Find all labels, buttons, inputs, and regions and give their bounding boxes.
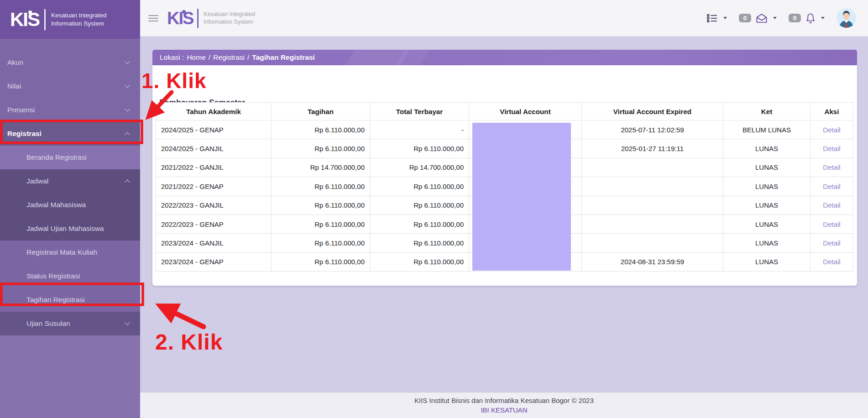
cell-tagihan: Rp 6.110.000,00 [272, 196, 370, 214]
table-header-row: Tahun AkademikTagihanTotal TerbayarVirtu… [156, 103, 853, 120]
footer-link-ibi-kesatuan[interactable]: IBI KESATUAN [481, 406, 527, 414]
cell-expired: 2024-08-31 23:59:59 [582, 252, 723, 271]
sidebar-item-jadwal[interactable]: Jadwal [0, 169, 140, 193]
col-ket: Ket [723, 103, 810, 120]
hamburger-menu-icon[interactable] [148, 13, 158, 23]
sidebar-filler [0, 335, 140, 418]
sidebar-item-presensi[interactable]: Presensi [0, 98, 140, 122]
topbar-logo-subtitle: Kesatuan Integrated Information System [204, 10, 255, 26]
breadcrumb-link-home[interactable]: Home [187, 53, 205, 62]
sidebar-item-jadwal-ujian-mahasiswa[interactable]: Jadwal Ujian Mahasiswa [0, 217, 140, 240]
user-avatar[interactable] [837, 8, 856, 28]
breadcrumb-link-registrasi[interactable]: Registrasi [213, 53, 245, 62]
sidebar-item-label: Registrasi [7, 130, 42, 138]
cell-expired [582, 214, 723, 233]
detail-link[interactable]: Detail [823, 126, 840, 134]
cell-terbayar: Rp 6.110.000,00 [370, 139, 469, 158]
cell-tahun: 2024/2025 - GANJIL [156, 139, 272, 158]
content-panel: Lokasi : Home / Registrasi / Tagihan Reg… [152, 50, 857, 286]
cell-ket: BELUM LUNAS [723, 120, 810, 139]
breadcrumb-current: Tagihan Registrasi [252, 53, 315, 62]
sidebar-item-label: Nilai [7, 82, 21, 90]
sidebar-item-beranda-registrasi[interactable]: Beranda Registrasi [0, 146, 140, 169]
logo-divider [197, 9, 199, 28]
cell-tagihan: Rp 6.110.000,00 [272, 234, 370, 252]
breadcrumb-pattern [387, 50, 435, 65]
cell-tahun: 2023/2024 - GENAP [156, 252, 272, 271]
sidebar-item-label: Akun [7, 58, 23, 67]
bell-icon[interactable] [805, 13, 816, 24]
cell-terbayar: Rp 6.110.000,00 [370, 214, 469, 233]
cell-terbayar: Rp 6.110.000,00 [370, 196, 469, 214]
detail-link[interactable]: Detail [823, 239, 840, 247]
cell-tagihan: Rp 6.110.000,00 [272, 139, 370, 158]
cell-terbayar: Rp 6.110.000,00 [370, 234, 469, 252]
topbar: KIS Kesatuan Integrated Information Syst… [140, 0, 868, 37]
cell-tahun: 2023/2024 - GANJIL [156, 234, 272, 252]
chevron-down-icon [125, 106, 130, 112]
cell-expired [582, 177, 723, 196]
chevron-down-icon [125, 83, 130, 88]
cell-tahun: 2024/2025 - GENAP [156, 120, 272, 139]
sidebar-nav: AkunNilaiPresensiRegistrasiBeranda Regis… [0, 39, 140, 335]
cell-aksi: Detail [810, 234, 853, 252]
sidebar-item-label: Presensi [7, 106, 35, 114]
sidebar-item-akun[interactable]: Akun [0, 51, 140, 74]
sidebar-logo: KIS Kesatuan Integrated Information Syst… [0, 0, 140, 39]
sidebar-item-nilai[interactable]: Nilai [0, 74, 140, 98]
cell-tahun: 2022/2023 - GANJIL [156, 196, 272, 214]
sidebar-item-status-registrasi[interactable]: Status Registrasi [0, 264, 140, 288]
detail-link[interactable]: Detail [823, 220, 840, 228]
logo-subtitle-line1: Kesatuan Integrated [51, 12, 107, 19]
sidebar-item-ujian-susulan[interactable]: Ujian Susulan [0, 312, 140, 335]
app-window: KIS Kesatuan Integrated Information Syst… [0, 0, 868, 418]
cell-ket: LUNAS [723, 196, 810, 214]
chevron-down-icon [125, 59, 130, 64]
col-total-terbayar: Total Terbayar [370, 103, 469, 120]
detail-link[interactable]: Detail [823, 183, 840, 190]
virtual-account-redaction-box [472, 123, 571, 271]
cell-tagihan: Rp 14.700.000,00 [272, 158, 370, 177]
logo-subtitle-line2: Information System [51, 20, 104, 27]
breadcrumb-prefix: Lokasi : [160, 53, 184, 62]
cell-tahun: 2021/2022 - GENAP [156, 177, 272, 196]
sidebar-item-tagihan-registrasi[interactable]: Tagihan Registrasi [0, 288, 140, 312]
detail-link[interactable]: Detail [823, 201, 840, 209]
cell-expired [582, 196, 723, 214]
detail-link[interactable]: Detail [823, 145, 840, 152]
detail-link[interactable]: Detail [823, 163, 840, 171]
kis-logo-icon: KIS [167, 10, 193, 27]
cell-aksi: Detail [810, 158, 853, 177]
cell-aksi: Detail [810, 177, 853, 196]
cell-tagihan: Rp 6.110.000,00 [272, 120, 370, 139]
mail-badge: 0 [739, 14, 751, 22]
chevron-down-icon[interactable] [723, 17, 727, 19]
sidebar: KIS Kesatuan Integrated Information Syst… [0, 0, 140, 418]
breadcrumb: Lokasi : Home / Registrasi / Tagihan Reg… [152, 50, 857, 65]
sidebar-item-registrasi-mata-kuliah[interactable]: Registrasi Mata Kuliah [0, 240, 140, 264]
col-virtual-account-expired: Virtual Account Expired [582, 103, 723, 120]
footer-copyright: KIIS Institut Bisnis dan Informatika Kes… [140, 397, 868, 404]
cell-tahun: 2021/2022 - GANJIL [156, 158, 272, 177]
cell-aksi: Detail [810, 196, 853, 214]
breadcrumb-separator: / [247, 53, 249, 62]
cell-ket: LUNAS [723, 214, 810, 233]
sidebar-item-jadwal-mahasiswa[interactable]: Jadwal Mahasiswa [0, 193, 140, 217]
cell-ket: LUNAS [723, 177, 810, 196]
cell-tahun: 2022/2023 - GENAP [156, 214, 272, 233]
task-list-icon[interactable] [707, 14, 718, 23]
sidebar-item-label: Jadwal [26, 177, 48, 185]
detail-link[interactable]: Detail [823, 258, 840, 266]
chevron-down-icon[interactable] [773, 17, 777, 19]
mail-icon[interactable] [756, 13, 768, 23]
chevron-down-icon[interactable] [821, 17, 825, 19]
col-tahun-akademik: Tahun Akademik [156, 103, 272, 120]
breadcrumb-separator: / [209, 53, 210, 62]
cell-ket: LUNAS [723, 234, 810, 252]
breadcrumb-pattern [337, 50, 415, 65]
topbar-subtitle-line2: Information System [204, 19, 253, 25]
sidebar-item-registrasi[interactable]: Registrasi [0, 122, 140, 146]
cell-tagihan: Rp 6.110.000,00 [272, 252, 370, 271]
chevron-up-icon [125, 132, 130, 138]
footer: KIIS Institut Bisnis dan Informatika Kes… [140, 392, 868, 418]
